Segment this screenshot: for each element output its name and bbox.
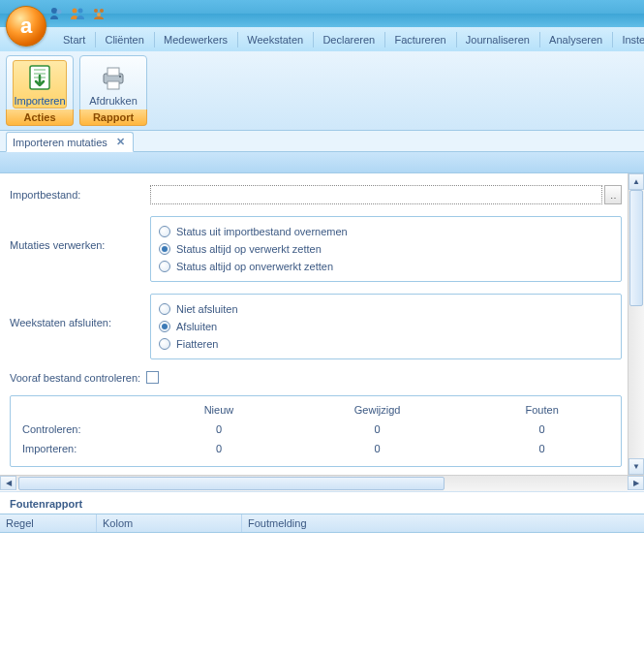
vertical-scrollbar[interactable]: ▲ ▼ (628, 173, 644, 475)
radio-icon (159, 261, 170, 272)
menu-declareren[interactable]: Declareren (313, 34, 384, 46)
vooraf-label: Vooraf bestand controleren: (10, 372, 140, 384)
importbestand-label: Importbestand: (10, 189, 150, 201)
stats-col-gewijzigd: Gewijzigd (284, 400, 471, 420)
weekstaten-option-0[interactable]: Niet afsluiten (159, 300, 613, 318)
mutaties-option-2[interactable]: Status altijd op onverwerkt zetten (159, 258, 613, 275)
afdrukken-button[interactable]: Afdrukken (86, 60, 140, 109)
scroll-thumb[interactable] (18, 477, 445, 490)
menu-instellingen[interactable]: Instellingen (612, 34, 644, 46)
radio-icon (159, 243, 170, 255)
document-tabstrip: Importeren mutaties ✕ (0, 131, 644, 152)
scroll-track[interactable] (16, 476, 628, 491)
svg-point-3 (78, 9, 83, 14)
menu-analyseren[interactable]: Analyseren (539, 34, 612, 46)
menu-medewerkers[interactable]: Medewerkers (154, 34, 237, 46)
mutaties-option-1[interactable]: Status altijd op verwerkt zetten (159, 240, 613, 258)
svg-rect-10 (107, 81, 119, 89)
browse-button[interactable]: ‥ (604, 185, 622, 204)
quick-clients-icon[interactable] (48, 6, 64, 21)
stats-value: 0 (154, 439, 284, 458)
weekstaten-radio-group: Niet afsluiten Afsluiten Fiatteren (150, 294, 622, 359)
radio-icon (159, 303, 170, 315)
svg-point-2 (73, 9, 77, 14)
svg-point-1 (57, 10, 62, 15)
stats-col-nieuw: Nieuw (154, 400, 284, 420)
toolbar-strip (0, 152, 644, 173)
scroll-right-icon[interactable]: ▶ (628, 476, 644, 490)
svg-point-4 (94, 9, 98, 13)
error-col-foutmelding[interactable]: Foutmelding (242, 514, 644, 532)
weekstaten-option-2[interactable]: Fiatteren (159, 335, 613, 353)
title-bar (0, 0, 644, 27)
radio-icon (159, 226, 170, 237)
stats-row-importeren-label: Importeren: (18, 439, 154, 458)
scroll-thumb[interactable] (629, 190, 643, 306)
printer-icon (98, 62, 129, 93)
svg-point-5 (100, 9, 104, 13)
error-grid-body (0, 533, 644, 620)
svg-point-0 (51, 8, 57, 14)
stats-value: 0 (471, 439, 613, 458)
menu-journaliseren[interactable]: Journaliseren (456, 34, 539, 46)
menu-start[interactable]: Start (53, 34, 95, 46)
ribbon: Importeren Acties Afdrukken Rapport (0, 51, 644, 131)
scroll-down-icon[interactable]: ▼ (629, 458, 644, 475)
stats-value: 0 (154, 420, 284, 439)
importeren-button[interactable]: Importeren (13, 60, 67, 109)
mutaties-label: Mutaties verwerken: (10, 216, 150, 251)
import-icon (24, 62, 55, 93)
scroll-left-icon[interactable]: ◀ (0, 476, 16, 490)
ribbon-group-rapport: Afdrukken Rapport (79, 55, 147, 126)
stats-value: 0 (471, 420, 613, 439)
svg-point-6 (97, 13, 101, 16)
foutenrapport-title: Foutenrapport (0, 491, 644, 514)
svg-rect-9 (107, 68, 119, 76)
error-col-regel[interactable]: Regel (0, 514, 97, 532)
scroll-up-icon[interactable]: ▲ (629, 173, 644, 190)
stats-col-fouten: Fouten (471, 400, 613, 420)
mutaties-option-0[interactable]: Status uit importbestand overnemen (159, 223, 613, 240)
importeren-label: Importeren (14, 95, 65, 107)
menu-bar: a Start Cliënten Medewerkers Weekstaten … (0, 27, 644, 51)
svg-point-11 (119, 76, 121, 78)
weekstaten-option-1[interactable]: Afsluiten (159, 318, 613, 335)
menu-clienten[interactable]: Cliënten (95, 34, 153, 46)
document-tab[interactable]: Importeren mutaties ✕ (6, 132, 134, 152)
app-orb-button[interactable]: a (6, 6, 46, 47)
afdrukken-label: Afdrukken (89, 95, 138, 107)
radio-icon (159, 338, 170, 350)
importbestand-input[interactable] (150, 185, 602, 204)
vooraf-checkbox[interactable] (146, 371, 159, 384)
error-col-kolom[interactable]: Kolom (97, 514, 242, 532)
stats-value: 0 (284, 420, 471, 439)
stats-row-controleren-label: Controleren: (18, 420, 154, 439)
quick-group-icon[interactable] (91, 6, 107, 21)
document-tab-label: Importeren mutaties (13, 137, 107, 148)
menu-weekstaten[interactable]: Weekstaten (237, 34, 313, 46)
ribbon-group-title-acties: Acties (6, 109, 74, 126)
stats-panel: Nieuw Gewijzigd Fouten Controleren: 0 0 … (10, 395, 622, 467)
mutaties-radio-group: Status uit importbestand overnemen Statu… (150, 216, 622, 282)
radio-icon (159, 321, 170, 332)
weekstaten-label: Weekstaten afsluiten: (10, 294, 150, 328)
form-panel: Importbestand: ‥ Mutaties verwerken: Sta… (0, 173, 628, 475)
menu-factureren[interactable]: Factureren (384, 34, 455, 46)
close-icon[interactable]: ✕ (115, 136, 127, 148)
scroll-track[interactable] (629, 190, 644, 458)
ribbon-group-acties: Importeren Acties (6, 55, 74, 126)
horizontal-scrollbar[interactable]: ◀ ▶ (0, 475, 644, 491)
quick-users-icon[interactable] (70, 6, 85, 21)
error-grid-header: Regel Kolom Foutmelding (0, 514, 644, 533)
stats-value: 0 (284, 439, 471, 458)
ribbon-group-title-rapport: Rapport (79, 109, 147, 126)
